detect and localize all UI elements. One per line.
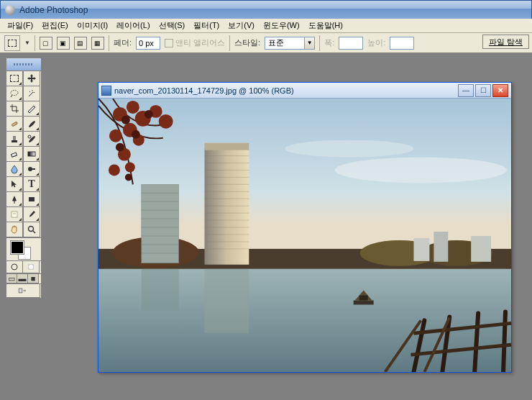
menu-file[interactable]: 파일(F) (3, 19, 37, 32)
dodge-tool[interactable] (23, 161, 40, 177)
path-select-tool[interactable] (6, 176, 23, 192)
svg-rect-54 (434, 232, 448, 262)
brush-icon (27, 119, 37, 129)
history-brush-tool[interactable] (23, 131, 40, 147)
wand-tool[interactable] (23, 86, 40, 101)
hand-tool[interactable] (6, 222, 23, 237)
wand-icon (27, 88, 37, 99)
svg-point-21 (285, 140, 413, 158)
svg-line-80 (503, 312, 505, 372)
menu-select[interactable]: 선택(S) (155, 19, 190, 32)
eraser-tool[interactable] (6, 146, 23, 162)
svg-rect-8 (32, 168, 35, 170)
color-swatch[interactable] (6, 237, 41, 260)
svg-point-73 (145, 110, 153, 119)
menu-bar: 파일(F) 편집(E) 이미지(I) 레이어(L) 선택(S) 필터(T) 보기… (0, 19, 532, 33)
hand-icon (9, 224, 19, 235)
svg-rect-2 (12, 140, 17, 142)
menu-edit[interactable]: 편집(E) (37, 19, 73, 32)
width-label: 폭: (324, 37, 334, 48)
zoom-icon (27, 224, 37, 235)
heal-tool[interactable] (6, 116, 23, 132)
arrow-icon (9, 179, 19, 189)
svg-point-7 (28, 167, 32, 171)
feather-input[interactable] (136, 37, 160, 50)
screen-mode-full-menubar[interactable]: ▬ (17, 273, 28, 283)
type-tool[interactable]: T (23, 176, 40, 192)
crop-tool[interactable] (6, 101, 23, 117)
screen-mode-full[interactable]: ■ (27, 273, 39, 283)
close-button[interactable]: ✕ (492, 84, 508, 97)
pen-icon (9, 194, 19, 204)
document-canvas[interactable] (98, 99, 511, 372)
current-tool-preset[interactable] (4, 35, 20, 51)
gradient-icon (27, 149, 37, 159)
lasso-tool[interactable] (6, 86, 23, 101)
svg-rect-53 (413, 238, 429, 261)
gradient-tool[interactable] (23, 146, 40, 162)
minimize-button[interactable]: — (458, 84, 474, 97)
selection-add-button[interactable]: ▣ (57, 37, 70, 50)
selection-subtract-button[interactable]: ▤ (74, 37, 87, 50)
quickmask-off-button[interactable] (6, 260, 23, 273)
marquee-tool[interactable] (6, 71, 23, 86)
selection-intersect-button[interactable]: ▦ (91, 37, 104, 50)
style-select[interactable]: 표준 ▼ (265, 37, 315, 50)
document-titlebar[interactable]: naver_com_20130114_174729.jpg @ 100% (RG… (98, 83, 511, 99)
heal-icon (9, 119, 19, 129)
slice-tool[interactable] (23, 101, 40, 117)
svg-rect-57 (142, 269, 179, 311)
svg-point-0 (11, 91, 18, 96)
selection-new-button[interactable]: ▢ (40, 37, 52, 50)
blur-icon (9, 164, 19, 174)
jump-to-imageready[interactable] (6, 283, 40, 298)
separator (109, 35, 109, 51)
eyedropper-icon (27, 209, 37, 219)
menu-layer[interactable]: 레이어(L) (112, 19, 154, 32)
svg-point-62 (127, 101, 139, 114)
quickmask-on-button[interactable] (22, 260, 40, 273)
crop-icon (9, 104, 19, 114)
menu-image[interactable]: 이미지(I) (73, 19, 112, 32)
svg-point-67 (109, 129, 122, 142)
height-input (390, 37, 414, 50)
menu-help[interactable]: 도움말(H) (304, 19, 347, 32)
toolbox-header[interactable] (6, 58, 41, 71)
svg-rect-11 (12, 212, 17, 217)
shape-tool[interactable] (23, 191, 40, 207)
file-explorer-button[interactable]: 파일 탐색 (482, 35, 529, 49)
svg-rect-6 (28, 152, 35, 156)
toolbox-panel: T ▭ ▬ ■ (6, 58, 42, 299)
blur-tool[interactable] (6, 161, 23, 177)
svg-rect-55 (471, 236, 491, 262)
dodge-icon (27, 164, 37, 174)
menu-window[interactable]: 윈도우(W) (259, 19, 304, 32)
menu-filter[interactable]: 필터(T) (189, 19, 224, 32)
zoom-tool[interactable] (23, 222, 40, 237)
foreground-color[interactable] (11, 241, 24, 254)
maximize-button[interactable]: ☐ (475, 84, 491, 97)
height-label: 높이: (367, 37, 385, 48)
screen-mode-standard[interactable]: ▭ (6, 273, 17, 283)
svg-point-4 (28, 135, 31, 138)
menu-view[interactable]: 보기(V) (224, 19, 259, 32)
history-brush-icon (27, 134, 37, 144)
chevron-down-icon[interactable]: ▼ (24, 40, 30, 46)
move-tool[interactable] (23, 71, 40, 86)
brush-tool[interactable] (23, 116, 40, 132)
pen-tool[interactable] (6, 191, 23, 207)
stamp-tool[interactable] (6, 131, 23, 147)
app-title: Adobe Photoshop (19, 5, 88, 15)
svg-point-74 (132, 130, 140, 139)
svg-rect-56 (204, 269, 249, 334)
svg-rect-10 (29, 197, 35, 201)
svg-point-15 (12, 264, 17, 270)
style-value: 표준 (265, 37, 305, 50)
svg-point-76 (125, 173, 132, 181)
feather-label: 페더: (114, 37, 132, 48)
svg-point-75 (116, 143, 124, 152)
eraser-icon (9, 149, 19, 159)
eyedropper-tool[interactable] (23, 206, 40, 222)
document-title: naver_com_20130114_174729.jpg @ 100% (RG… (114, 86, 457, 95)
notes-tool[interactable] (6, 206, 23, 222)
